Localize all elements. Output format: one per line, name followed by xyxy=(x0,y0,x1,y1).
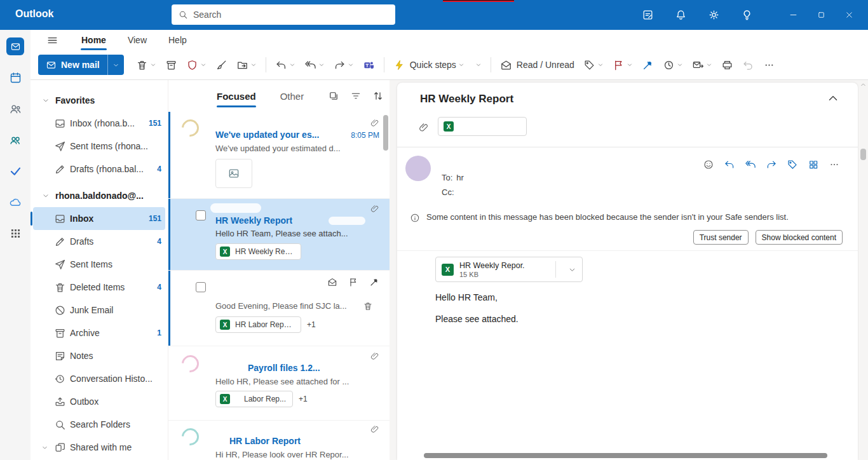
new-mail-dropdown[interactable] xyxy=(107,55,124,75)
quick-steps-button[interactable]: Quick steps xyxy=(390,55,468,75)
settings-button[interactable] xyxy=(705,7,722,24)
search-input[interactable] xyxy=(193,10,389,20)
folder-sent-items[interactable]: Sent Items xyxy=(33,253,165,276)
body-paragraph: Hello HR Team, xyxy=(435,292,498,302)
flag-icon[interactable] xyxy=(348,277,358,287)
tab-focused[interactable]: Focused xyxy=(217,91,256,102)
collapse-chevron-up-icon[interactable] xyxy=(826,91,840,105)
categorize-button[interactable] xyxy=(580,55,607,75)
maximize-button[interactable] xyxy=(807,0,835,30)
list-scrollbar-thumb[interactable] xyxy=(383,115,388,151)
read-unread-button[interactable]: Read / Unread xyxy=(497,55,578,75)
folder-shared-with-me[interactable]: Shared with me xyxy=(33,436,165,459)
account-section-header[interactable]: rhona.baldonado@... xyxy=(31,184,168,207)
mark-read-icon[interactable] xyxy=(327,277,337,287)
favorites-section-header[interactable]: Favorites xyxy=(31,89,168,112)
search-bar[interactable] xyxy=(172,4,395,25)
folder-archive[interactable]: Archive 1 xyxy=(33,321,165,344)
reply-all-button[interactable] xyxy=(301,55,328,75)
tab-other[interactable]: Other xyxy=(280,91,304,102)
notifications-button[interactable] xyxy=(672,7,689,24)
minimize-button[interactable] xyxy=(779,0,807,30)
folder-junk-email[interactable]: Junk Email xyxy=(33,299,165,321)
attachment-name: HR Weekly Repor. xyxy=(459,261,550,270)
scroll-up-icon[interactable] xyxy=(860,81,867,88)
reactions-button[interactable] xyxy=(703,159,714,170)
close-button[interactable] xyxy=(835,0,863,30)
pin-icon[interactable] xyxy=(369,277,379,287)
attachment-chip[interactable]: Labor Rep... xyxy=(215,391,293,407)
forward-button[interactable] xyxy=(766,159,777,170)
report-button[interactable] xyxy=(183,55,210,75)
folder-deleted-items[interactable]: Deleted Items 4 xyxy=(33,276,165,299)
message-list-item[interactable]: HR Labor Report Hi HR, Please look over … xyxy=(168,421,390,460)
trust-sender-button[interactable]: Trust sender xyxy=(693,230,749,245)
folder-conversation-history[interactable]: Conversation Histo... xyxy=(33,367,165,390)
snooze-button[interactable] xyxy=(660,55,686,75)
archive-button[interactable] xyxy=(162,55,180,75)
tab-view[interactable]: View xyxy=(126,34,148,46)
new-mail-main[interactable]: New mail xyxy=(38,55,107,75)
reply-button[interactable] xyxy=(724,159,735,170)
quick-steps-dropdown[interactable] xyxy=(470,55,485,75)
pin-button[interactable] xyxy=(639,55,657,75)
rail-onedrive-button[interactable] xyxy=(6,193,24,211)
rail-calendar-button[interactable] xyxy=(6,69,24,86)
folder-drafts[interactable]: Drafts 4 xyxy=(33,230,165,253)
folder-notes[interactable]: Notes xyxy=(33,344,165,367)
message-list-item[interactable]: Good Evening, Please find SJC la... HR L… xyxy=(168,271,390,346)
sweep-button[interactable] xyxy=(212,55,231,75)
attachment-options-button[interactable] xyxy=(562,266,582,274)
horizontal-scrollbar-thumb[interactable] xyxy=(424,453,827,458)
move-to-button[interactable] xyxy=(233,55,260,75)
favorite-sent-items[interactable]: Sent Items (rhona... xyxy=(33,135,165,158)
message-checkbox[interactable] xyxy=(196,282,206,292)
message-list-item[interactable]: Payroll files 1.2... Hello HR, Please se… xyxy=(168,346,390,421)
message-checkbox[interactable] xyxy=(196,210,206,220)
tab-help[interactable]: Help xyxy=(167,34,188,46)
folder-outbox[interactable]: Outbox xyxy=(33,390,165,413)
apps-button[interactable] xyxy=(808,159,819,170)
folder-inbox[interactable]: Inbox 151 xyxy=(33,207,165,230)
folder-search-folders[interactable]: Search Folders xyxy=(33,413,165,436)
tips-button[interactable] xyxy=(738,7,755,24)
reply-all-button[interactable] xyxy=(745,159,756,170)
attachment-card[interactable]: HR Weekly Repor. 15 KB xyxy=(435,257,583,282)
favorite-drafts[interactable]: Drafts (rhona.bal... 4 xyxy=(33,158,165,180)
message-list-item[interactable]: We've updated your es... 8:05 PM We've u… xyxy=(168,112,390,199)
quick-note-button[interactable] xyxy=(639,7,656,24)
hamburger-button[interactable] xyxy=(43,31,61,49)
print-button[interactable] xyxy=(718,55,736,75)
sort-button[interactable] xyxy=(372,90,384,102)
attachment-chip[interactable]: HR Labor Repor... xyxy=(215,316,301,333)
app-rail xyxy=(0,30,31,460)
rules-button[interactable] xyxy=(689,55,715,75)
filter-button[interactable] xyxy=(350,90,362,102)
flag-button[interactable] xyxy=(609,55,636,75)
show-blocked-content-button[interactable]: Show blocked content xyxy=(756,230,843,245)
rail-todo-button[interactable] xyxy=(6,162,24,180)
attachment-chip[interactable]: HR Weekly Rep... xyxy=(215,243,301,260)
new-mail-button[interactable]: New mail xyxy=(38,55,124,75)
tab-home[interactable]: Home xyxy=(80,34,107,46)
more-actions-button[interactable] xyxy=(829,159,840,170)
select-messages-button[interactable] xyxy=(328,90,339,102)
message-list-item-selected[interactable]: HR Weekly Report Hello HR Team, Please s… xyxy=(168,199,390,271)
rail-groups-button[interactable] xyxy=(6,131,24,149)
select-all-icon xyxy=(328,90,339,102)
label-button[interactable] xyxy=(787,159,798,170)
rail-mail-button[interactable] xyxy=(6,37,24,55)
undo-button[interactable] xyxy=(739,55,757,75)
more-commands-button[interactable] xyxy=(760,55,778,75)
rail-people-button[interactable] xyxy=(6,100,24,118)
favorite-inbox[interactable]: Inbox (rhona.b... 151 xyxy=(33,112,165,135)
attachment-chip[interactable] xyxy=(438,117,527,136)
delete-icon[interactable] xyxy=(363,301,373,311)
reply-button[interactable] xyxy=(272,55,299,75)
share-to-teams-button[interactable] xyxy=(360,55,378,75)
forward-button[interactable] xyxy=(330,55,357,75)
rail-apps-button[interactable] xyxy=(6,224,24,242)
image-attachment-thumbnail[interactable] xyxy=(215,159,252,188)
vertical-scrollbar-thumb[interactable] xyxy=(860,149,866,160)
delete-button[interactable] xyxy=(133,55,159,75)
